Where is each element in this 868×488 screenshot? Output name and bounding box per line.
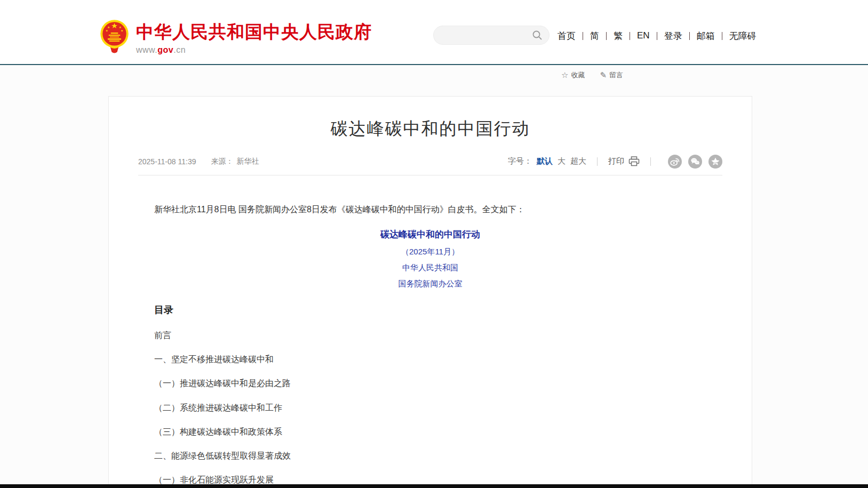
share-weibo-button[interactable] — [668, 155, 682, 169]
toc-item: （一）推进碳达峰碳中和是必由之路 — [154, 378, 706, 388]
message-label: 留言 — [609, 70, 623, 80]
article-meta-left: 2025-11-08 11:39 来源： 新华社 — [138, 157, 259, 166]
share-wechat-button[interactable] — [688, 155, 702, 169]
nav-separator — [689, 32, 690, 40]
nav-accessibility[interactable]: 无障碍 — [729, 30, 756, 42]
font-size-label: 字号： — [508, 156, 532, 166]
nav-traditional[interactable]: 繁 — [614, 30, 623, 42]
intro-paragraph: 新华社北京11月8日电 国务院新闻办公室8日发布《碳达峰碳中和的中国行动》白皮书… — [154, 204, 706, 214]
search-input[interactable] — [434, 26, 532, 44]
star-icon: ☆ — [561, 70, 568, 80]
nav-separator — [583, 32, 583, 40]
nav-simplified[interactable]: 简 — [590, 30, 599, 42]
nav-mail[interactable]: 邮箱 — [697, 30, 715, 42]
nav-home[interactable]: 首页 — [558, 30, 576, 42]
toc-item: 二、能源绿色低碳转型取得显著成效 — [154, 451, 706, 461]
toc-item: 一、坚定不移推进碳达峰碳中和 — [154, 354, 706, 364]
font-size-default[interactable]: 默认 — [537, 156, 553, 166]
doc-org-line2: 国务院新闻办公室 — [154, 279, 706, 289]
printer-icon — [628, 156, 640, 166]
meta-separator — [597, 157, 598, 166]
message-button[interactable]: ✎ 留言 — [600, 70, 623, 80]
nav-english[interactable]: EN — [637, 30, 650, 41]
site-header: 中华人民共和国中央人民政府 www.gov.cn 首页 简 繁 EN 登录 邮箱… — [0, 0, 868, 65]
weibo-icon — [668, 155, 682, 169]
toc-item: （一）非化石能源实现跃升发展 — [154, 475, 706, 485]
nav-login[interactable]: 登录 — [664, 30, 682, 42]
national-emblem-icon — [99, 19, 130, 54]
site-title: 中华人民共和国中央人民政府 — [136, 23, 372, 41]
nav-separator — [722, 32, 722, 40]
favorite-label: 收藏 — [571, 70, 585, 80]
search-icon — [532, 30, 543, 41]
source-label: 来源： — [211, 157, 233, 166]
site-url: www.gov.cn — [136, 45, 372, 55]
article-card: 碳达峰碳中和的中国行动 2025-11-08 11:39 来源： 新华社 字号：… — [108, 96, 752, 488]
print-button[interactable]: 打印 — [608, 156, 640, 166]
site-logo[interactable]: 中华人民共和国中央人民政府 www.gov.cn — [99, 19, 372, 55]
print-label: 打印 — [608, 156, 624, 166]
publish-date: 2025-11-08 11:39 — [138, 157, 196, 166]
article-meta-right: 字号： 默认 大 超大 打印 — [508, 155, 722, 169]
pencil-icon: ✎ — [600, 70, 607, 80]
nav-separator — [606, 32, 607, 40]
source-value: 新华社 — [236, 157, 259, 166]
top-nav: 首页 简 繁 EN 登录 邮箱 无障碍 — [558, 30, 756, 42]
article-meta: 2025-11-08 11:39 来源： 新华社 字号： 默认 大 超大 打印 — [138, 155, 722, 169]
toc-item: （二）系统推进碳达峰碳中和工作 — [154, 403, 706, 413]
article-title: 碳达峰碳中和的中国行动 — [109, 119, 752, 139]
search-box — [433, 26, 550, 45]
meta-separator — [650, 157, 651, 166]
doc-title: 碳达峰碳中和的中国行动 — [154, 229, 706, 240]
font-size-xlarge[interactable]: 超大 — [570, 156, 586, 166]
favorite-button[interactable]: ☆ 收藏 — [561, 70, 585, 80]
toc-item: （三）构建碳达峰碳中和政策体系 — [154, 427, 706, 437]
page-tools-bar: ☆ 收藏 ✎ 留言 — [561, 70, 623, 80]
wechat-icon — [688, 155, 702, 169]
search-button[interactable] — [532, 30, 549, 41]
doc-org-line1: 中华人民共和国 — [154, 263, 706, 273]
star-share-icon — [708, 155, 722, 169]
article-body: 新华社北京11月8日电 国务院新闻办公室8日发布《碳达峰碳中和的中国行动》白皮书… — [154, 204, 706, 485]
toc-item-preface: 前言 — [154, 330, 706, 340]
font-size-large[interactable]: 大 — [558, 156, 566, 166]
nav-separator — [657, 32, 657, 40]
doc-date: （2025年11月） — [154, 247, 706, 257]
toc-heading: 目录 — [154, 305, 706, 316]
nav-separator — [630, 32, 630, 40]
meta-divider — [138, 175, 722, 175]
share-qzone-button[interactable] — [708, 155, 722, 169]
bottom-bar — [0, 484, 868, 488]
